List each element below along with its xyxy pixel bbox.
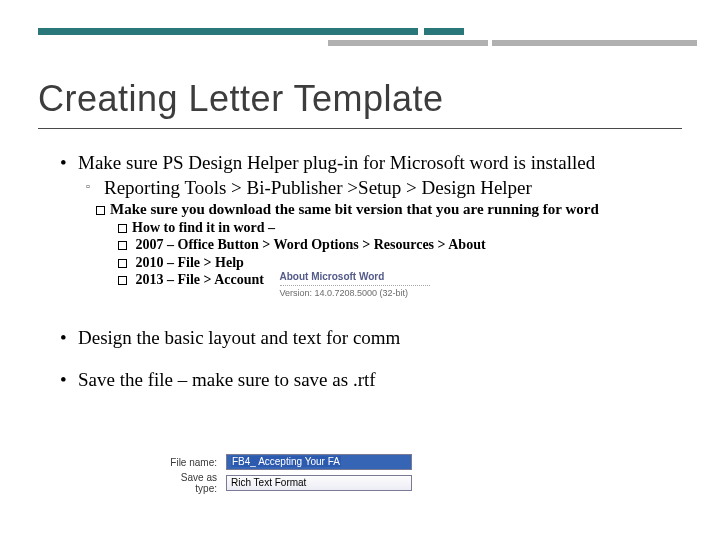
bullet-text: 2013 – File > Account [132, 272, 264, 287]
checkbox-icon [118, 276, 127, 285]
bullet-nav-path: ▫ Reporting Tools > Bi-Publisher >Setup … [86, 176, 660, 199]
bullet-text: Make sure PS Design Helper plug-in for M… [78, 152, 660, 174]
checkbox-icon [118, 241, 127, 250]
about-word-version: Version: 14.0.7208.5000 (32-bit) [280, 288, 430, 299]
slide: Creating Letter Template • Make sure PS … [0, 0, 720, 540]
bullet-save-rtf: • Save the file – make sure to save as .… [60, 369, 660, 391]
bullet-text: Design the basic layout and text for com… [78, 327, 660, 349]
bullet-text: How to find it in word – [132, 220, 275, 235]
about-word-heading: About Microsoft Word [280, 271, 430, 286]
bullet-2013-path: 2013 – File > Account About Microsoft Wo… [118, 271, 660, 299]
title-underline [38, 128, 682, 129]
bullet-text: 2007 – Office Button > Word Options > Re… [132, 237, 486, 252]
checkbox-icon [118, 224, 127, 233]
bullet-text: Reporting Tools > Bi-Publisher >Setup > … [104, 176, 660, 199]
saveastype-value: Rich Text Format [231, 477, 306, 488]
slide-body: • Make sure PS Design Helper plug-in for… [60, 152, 660, 394]
decorative-header-bars [38, 18, 682, 48]
checkbox-icon [118, 259, 127, 268]
save-as-dialog-snippet: File name: FB4_ Accepting Your FA Save a… [165, 453, 415, 495]
about-word-snippet: About Microsoft Word Version: 14.0.7208.… [280, 271, 430, 299]
bullet-text: 2010 – File > Help [132, 255, 244, 270]
slide-title: Creating Letter Template [38, 78, 444, 120]
bullet-text: Make sure you download the same bit vers… [110, 201, 599, 217]
saveastype-field[interactable]: Rich Text Format [226, 475, 412, 491]
bullet-bit-version-note: Make sure you download the same bit vers… [96, 200, 660, 219]
bullet-2007-path: 2007 – Office Button > Word Options > Re… [118, 236, 660, 254]
filename-value: FB4_ Accepting Your FA [231, 456, 341, 467]
checkbox-icon [96, 206, 105, 215]
filename-field[interactable]: FB4_ Accepting Your FA [226, 454, 412, 470]
bullet-design-layout: • Design the basic layout and text for c… [60, 327, 660, 349]
saveastype-label: Save as type: [165, 471, 223, 495]
bullet-how-to-find: How to find it in word – [118, 219, 660, 237]
bullet-text: Save the file – make sure to save as .rt… [78, 369, 660, 391]
filename-label: File name: [165, 453, 223, 471]
bullet-install-plugin: • Make sure PS Design Helper plug-in for… [60, 152, 660, 174]
bullet-2010-path: 2010 – File > Help [118, 254, 660, 272]
